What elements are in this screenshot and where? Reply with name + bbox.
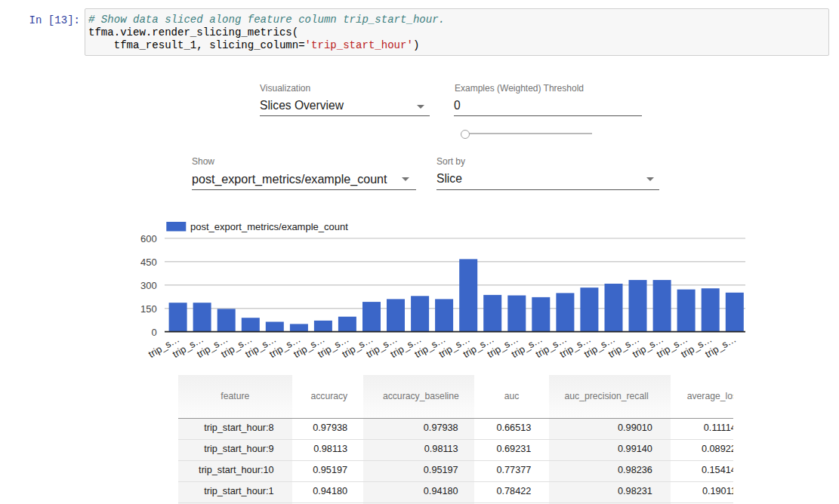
- svg-text:post_export_metrics/example_co: post_export_metrics/example_count: [190, 221, 348, 232]
- svg-text:600: 600: [140, 233, 157, 244]
- svg-text:300: 300: [140, 280, 157, 291]
- svg-text:150: 150: [140, 303, 157, 315]
- svg-text:0: 0: [151, 327, 156, 338]
- svg-text:450: 450: [140, 257, 157, 268]
